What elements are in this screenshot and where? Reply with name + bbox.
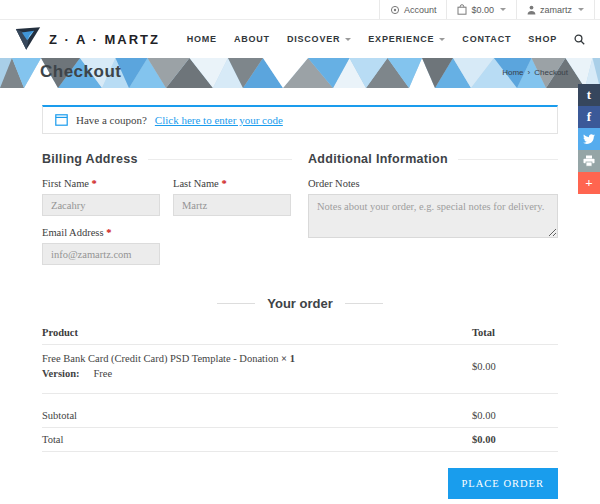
nav-item-experience[interactable]: EXPERIENCE (368, 34, 445, 44)
share-more-button[interactable]: + (578, 172, 600, 194)
user-icon (527, 5, 536, 15)
user-menu-item[interactable]: zamartz (516, 0, 595, 19)
email-input[interactable] (42, 243, 160, 265)
subtotal-label: Subtotal (42, 410, 472, 421)
required-asterisk: * (92, 178, 97, 189)
place-order-button[interactable]: PLACE ORDER (448, 468, 558, 499)
your-order-heading: Your order (267, 296, 333, 311)
share-tumblr-button[interactable]: t (578, 84, 600, 106)
printer-icon (583, 155, 595, 167)
email-label: Email Address * (42, 227, 292, 238)
required-asterisk: * (106, 227, 111, 238)
last-name-input[interactable] (173, 194, 291, 216)
order-notes-field-group: Order Notes (308, 178, 558, 242)
page-title: Checkout (40, 62, 121, 82)
heading-dash (345, 303, 383, 304)
cart-total: $0.00 (471, 5, 494, 15)
logo-text: Z · A · MARTZ (49, 32, 160, 47)
product-column-header: Product (42, 327, 472, 338)
order-item-row: Free Bank Card (Credit Card) PSD Templat… (42, 345, 558, 394)
search-button[interactable] (574, 34, 585, 45)
chevron-down-icon (500, 8, 506, 11)
page-title-banner: Checkout Home › Checkout (0, 58, 600, 88)
last-name-field-group: Last Name * (173, 178, 291, 216)
subtotal-value: $0.00 (472, 410, 558, 421)
required-asterisk: * (221, 178, 226, 189)
zamartz-logo-icon (15, 27, 41, 51)
facebook-icon: f (587, 109, 591, 125)
coupon-toggle-link[interactable]: Click here to enter your code (155, 114, 283, 126)
chevron-down-icon (345, 38, 351, 41)
order-notes-label: Order Notes (308, 178, 558, 189)
order-review-table: Product Total Free Bank Card (Credit Car… (42, 321, 558, 452)
heading-rule (458, 159, 558, 160)
nav-item-contact[interactable]: CONTACT (462, 34, 511, 44)
account-menu-item[interactable]: Account (379, 0, 447, 19)
order-total-row: Total $0.00 (42, 428, 558, 452)
additional-information-section: Additional Information Order Notes (308, 152, 558, 276)
order-item-qty: × 1 (281, 353, 295, 364)
billing-heading: Billing Address (42, 152, 138, 166)
site-header: Z · A · MARTZ HOME ABOUT DISCOVER EXPERI… (0, 20, 600, 58)
nav-item-shop[interactable]: SHOP (528, 34, 557, 44)
order-notes-textarea[interactable] (308, 194, 558, 238)
breadcrumb-separator: › (528, 68, 531, 77)
your-order-heading-row: Your order (42, 296, 558, 311)
order-subtotal-row: Subtotal $0.00 (42, 404, 558, 428)
heading-rule (148, 159, 292, 160)
order-item-variation: Version:Free (42, 368, 472, 379)
total-column-header: Total (472, 327, 558, 338)
email-field-group: Email Address * (42, 227, 292, 265)
share-twitter-button[interactable] (578, 128, 600, 150)
coupon-icon (55, 114, 68, 126)
order-item-total: $0.00 (472, 353, 558, 379)
top-utility-bar: Account $0.00 zamartz (0, 0, 600, 20)
coupon-banner: Have a coupon? Click here to enter your … (42, 105, 558, 134)
chevron-down-icon (439, 38, 445, 41)
breadcrumb: Home › Checkout (502, 68, 568, 77)
nav-item-discover[interactable]: DISCOVER (287, 34, 351, 44)
heading-dash (217, 303, 255, 304)
account-icon (390, 5, 400, 15)
site-logo[interactable]: Z · A · MARTZ (15, 27, 160, 51)
cart-menu-item[interactable]: $0.00 (446, 0, 516, 19)
nav-item-about[interactable]: ABOUT (234, 34, 270, 44)
coupon-question: Have a coupon? (76, 114, 147, 126)
billing-address-section: Billing Address First Name * Last Name *… (42, 152, 292, 276)
social-share-rail: t f + (578, 84, 600, 194)
account-label: Account (404, 5, 437, 15)
breadcrumb-home-link[interactable]: Home (502, 68, 523, 77)
share-facebook-button[interactable]: f (578, 106, 600, 128)
cart-bag-icon (457, 4, 467, 15)
chevron-down-icon (578, 8, 584, 11)
first-name-input[interactable] (42, 194, 160, 216)
total-value: $0.00 (472, 434, 558, 445)
plus-icon: + (585, 175, 592, 191)
main-nav: HOME ABOUT DISCOVER EXPERIENCE CONTACT S… (187, 34, 585, 45)
search-icon (574, 34, 585, 45)
nav-item-home[interactable]: HOME (187, 34, 217, 44)
total-label: Total (42, 434, 472, 445)
print-button[interactable] (578, 150, 600, 172)
checkout-page-content: Have a coupon? Click here to enter your … (0, 88, 600, 504)
additional-info-heading: Additional Information (308, 152, 448, 166)
first-name-field-group: First Name * (42, 178, 160, 216)
username: zamartz (540, 5, 572, 15)
first-name-label: First Name * (42, 178, 160, 189)
breadcrumb-current: Checkout (534, 68, 568, 77)
tumblr-icon: t (587, 87, 591, 103)
last-name-label: Last Name * (173, 178, 291, 189)
twitter-bird-icon (583, 133, 595, 145)
order-item-name: Free Bank Card (Credit Card) PSD Templat… (42, 353, 472, 364)
order-table-header: Product Total (42, 321, 558, 345)
